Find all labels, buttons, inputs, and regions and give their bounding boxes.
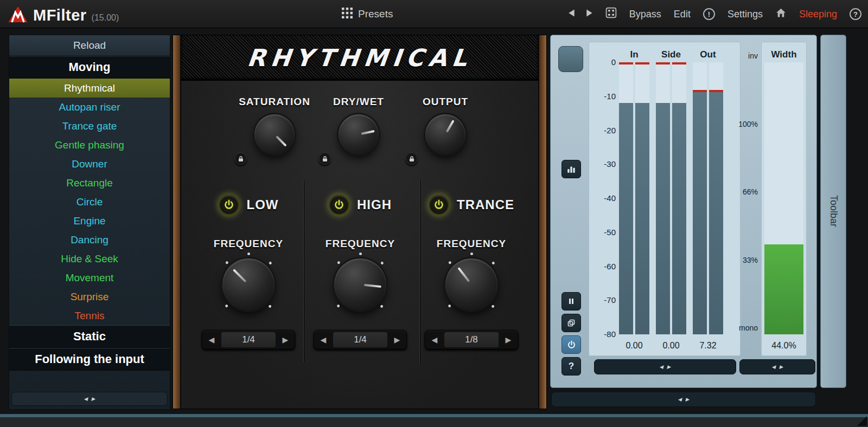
preset-item-surprise[interactable]: Surprise [9,287,170,306]
high-power-button[interactable] [329,195,349,215]
high-band-label: HIGH [357,197,392,212]
preset-item-tennis[interactable]: Tennis [9,306,170,325]
meter-bar [709,62,723,334]
meters-horizontal-scrollbar[interactable] [594,359,736,374]
step-right-arrow[interactable] [276,335,295,344]
step-right-arrow[interactable] [499,335,518,344]
section-header-moving[interactable]: Moving [9,56,170,79]
title-bar: MFilter (15.00) Presets [0,0,868,28]
step-left-arrow[interactable] [202,335,221,344]
popout-button[interactable] [561,314,581,332]
meter-panel: ? In Side Out 0 -10 -20 -30 -40 -50 -60 … [550,35,817,388]
lock-icon[interactable] [234,152,247,165]
preset-item-dancing[interactable]: Dancing [9,230,170,249]
saturation-knob-group: SATURATION [231,96,318,154]
lock-icon[interactable] [405,152,418,165]
sleeping-status[interactable]: Sleeping [799,9,837,20]
step-right-arrow[interactable] [388,335,406,344]
titlebar-controls: Bypass Edit ! Settings Sleeping ? [568,0,861,28]
next-preset-button[interactable] [586,9,593,20]
output-label: OUTPUT [423,96,468,108]
trance-power-button[interactable] [429,195,449,215]
resize-grip[interactable] [857,416,867,426]
settings-button[interactable]: Settings [727,9,763,20]
in-meter [619,62,649,334]
output-knob[interactable] [425,114,465,154]
meter-vertical-scroll-handle[interactable] [558,46,583,72]
meter-headers: In Side Out [619,49,723,60]
preset-item-trance-gate[interactable]: Trance gate [9,117,170,135]
scroll-left-icon [772,364,776,370]
lock-icon[interactable] [318,152,331,165]
low-frequency-knob[interactable] [222,258,275,310]
section-header-following[interactable]: Following the input [9,348,170,371]
preset-item-circle[interactable]: Circle [9,192,170,211]
db-scale: 0 -10 -20 -30 -40 -50 -60 -70 -80 [591,58,616,339]
scale-label: -20 [591,126,616,135]
plugin-window: MFilter (15.00) Presets [0,0,868,427]
level-meters: In Side Out 0 -10 -20 -30 -40 -50 -60 -7… [589,42,741,356]
meter-power-button[interactable] [561,335,581,354]
scale-label: -30 [591,160,616,169]
saturation-knob[interactable] [254,114,295,154]
previous-preset-button[interactable] [568,9,575,20]
scroll-right-icon [92,396,95,402]
home-icon[interactable] [775,7,787,21]
sidebar-horizontal-scrollbar[interactable] [11,392,168,406]
scroll-right-icon [686,397,690,402]
width-fill [764,244,803,334]
random-preset-dice-icon[interactable] [605,7,617,21]
band-trance: TRANCE FREQUENCY 1/8 [414,195,528,350]
edit-button[interactable]: Edit [674,9,691,20]
warning-icon[interactable]: ! [703,8,715,20]
high-frequency-knob[interactable] [334,258,386,310]
width-tick: 33% [730,256,758,264]
width-header: Width [761,49,807,60]
knob-pointer [331,256,389,313]
wood-rail-right [538,35,546,409]
scroll-right-icon [667,364,671,370]
panel-bottom-scrollbar[interactable] [551,392,816,407]
meter-values: 0.00 0.00 7.32 [619,341,723,351]
side-meter [656,62,686,334]
low-power-button[interactable] [219,195,239,215]
trance-frequency-value[interactable]: 1/8 [444,332,499,347]
step-left-arrow[interactable] [425,335,444,344]
pause-button[interactable] [561,292,581,310]
toolbar-expander[interactable]: Toolbar [820,35,846,388]
meter-header-side: Side [656,49,686,60]
device-header-grille: RHYTHMICAL [181,35,538,81]
preset-item-downer[interactable]: Downer [9,154,170,173]
trance-frequency-stepper: 1/8 [425,330,518,350]
preset-item-engine[interactable]: Engine [9,211,170,230]
section-header-static[interactable]: Static [9,325,170,348]
bypass-button[interactable]: Bypass [629,9,661,20]
scroll-left-icon [84,396,88,402]
preset-item-rhythmical[interactable]: Rhythmical [9,79,170,98]
width-tick: mono [730,324,758,332]
presets-label: Presets [358,8,393,20]
scroll-left-icon [678,397,682,402]
preset-item-rectangle[interactable]: Rectangle [9,173,170,192]
scale-label: -40 [591,194,616,203]
scale-label: -80 [591,330,616,339]
preset-item-movement[interactable]: Movement [9,268,170,287]
low-frequency-value[interactable]: 1/4 [221,332,276,347]
width-horizontal-scrollbar[interactable] [739,359,815,374]
drywet-knob[interactable] [339,114,379,154]
app-version: (15.00) [92,13,119,23]
preset-item-autopan-riser[interactable]: Autopan riser [9,98,170,117]
analyzer-button[interactable] [561,160,581,178]
trance-frequency-knob[interactable] [445,258,497,310]
reload-button[interactable]: Reload [9,35,170,56]
in-peak-value: 0.00 [619,341,649,351]
meter-help-button[interactable]: ? [561,357,581,376]
high-frequency-value[interactable]: 1/4 [333,332,387,347]
width-tick: inv [730,51,758,60]
step-left-arrow[interactable] [314,335,333,344]
help-icon[interactable]: ? [850,8,861,20]
preset-item-gentle-phasing[interactable]: Gentle phasing [9,135,170,154]
preset-item-hide-and-seek[interactable]: Hide & Seek [9,249,170,268]
meter-header-out: Out [693,49,723,60]
presets-button[interactable]: Presets [342,0,393,28]
